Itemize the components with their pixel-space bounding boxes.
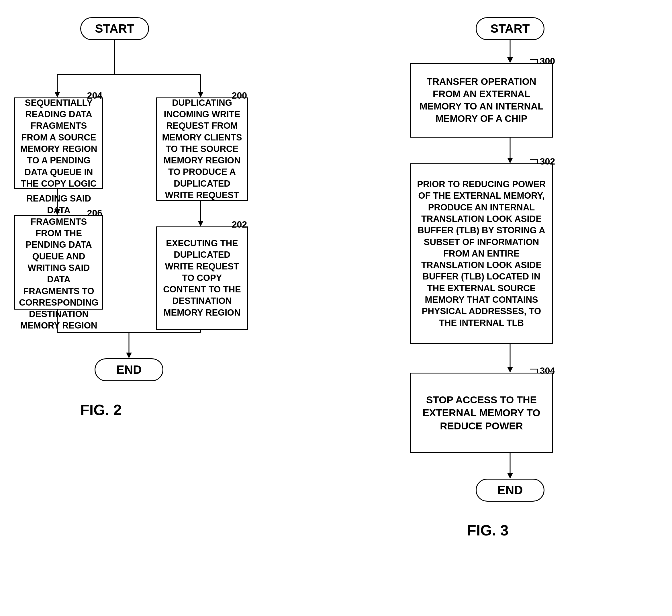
node-204-text-v2: SEQUENTIALLY READING DATA FRAGMENTS FROM… [19,97,98,189]
node-204: 204 SEQUENTIALLY READING DATA FRAGMENTS … [14,97,103,189]
node-300: 300 TRANSFER OPERATION FROM AN EXTERNAL … [410,63,553,138]
fig2-caption: FIG. 2 [80,401,122,419]
node-300-text-v2: TRANSFER OPERATION FROM AN EXTERNAL MEMO… [416,76,546,125]
node-304: 304 STOP ACCESS TO THE EXTERNAL MEMORY T… [410,373,553,453]
svg-marker-16 [507,57,513,63]
node-202: 202 EXECUTING THE DUPLICATED WRITE REQUE… [156,226,248,330]
svg-marker-20 [507,367,513,373]
svg-marker-22 [507,473,513,479]
svg-marker-3 [54,92,60,97]
node-304-text-v2: STOP ACCESS TO THE EXTERNAL MEMORY TO RE… [416,393,546,433]
node-302-text-v2: PRIOR TO REDUCING POWER OF THE EXTERNAL … [416,178,546,329]
node-202-text-v2: EXECUTING THE DUPLICATED WRITE REQUEST T… [161,238,243,319]
fig3-start: START [476,17,544,40]
svg-marker-18 [507,158,513,163]
node-302: 302 PRIOR TO REDUCING POWER OF THE EXTER… [410,163,553,344]
node-200: 200 DUPLICATING INCOMING WRITE REQUEST F… [156,97,248,201]
svg-marker-5 [198,92,203,97]
svg-marker-9 [198,221,203,226]
node-206-text-v2: READING SAID DATA FRAGMENTS FROM THE PEN… [19,193,98,332]
fig3-caption: FIG. 3 [467,522,508,539]
node-200-text-v2: DUPLICATING INCOMING WRITE REQUEST FROM … [161,97,243,201]
fig2-end: END [95,358,163,381]
fig2-start: START [80,17,149,40]
svg-marker-14 [126,353,132,358]
node-206: 206 READING SAID DATA FRAGMENTS FROM THE… [14,215,103,310]
fig3-end: END [476,479,544,502]
